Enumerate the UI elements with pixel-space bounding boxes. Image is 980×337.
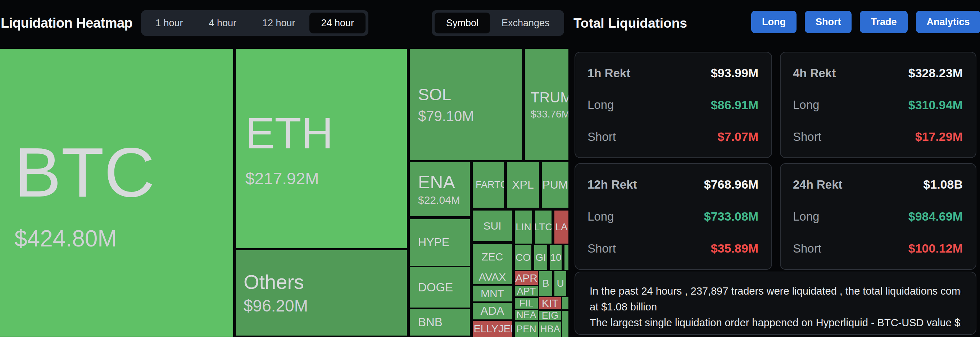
summary-line: The largest single liquidation order hap… — [590, 315, 961, 331]
time-tab-1-hour[interactable]: 1 hour — [144, 13, 195, 33]
treemap-cell-trum[interactable]: TRUM$33.76M — [525, 49, 568, 160]
treemap-cell-apr[interactable]: APR — [515, 271, 538, 285]
cell-symbol: BTC — [14, 136, 155, 209]
treemap-cell-la[interactable]: LA — [554, 210, 568, 244]
stat-row: Short$17.29M — [793, 130, 963, 144]
mode-tab-symbol[interactable]: Symbol — [434, 13, 490, 33]
treemap-cell-spacer[interactable] — [562, 297, 568, 309]
trade-button[interactable]: Trade — [860, 11, 907, 33]
treemap-cell-btc[interactable]: BTC$424.80M — [0, 49, 233, 337]
liquidation-treemap: BTC$424.80METH$217.92MOthers$96.20MSOL$7… — [0, 48, 568, 337]
cell-symbol: TRUM — [531, 90, 568, 105]
treemap-cell-co[interactable]: CO — [515, 245, 531, 270]
treemap-cell-doge[interactable]: DOGE — [410, 267, 470, 307]
cell-value: $424.80M — [14, 227, 117, 250]
treemap-cell-kit[interactable]: KIT — [539, 297, 561, 309]
stat-label: Long — [587, 98, 614, 112]
cell-value: $96.20M — [243, 297, 308, 314]
stat-row: 12h Rekt$768.96M — [587, 177, 758, 191]
stat-label: Long — [793, 210, 819, 223]
treemap-cell-fartco[interactable]: FARTCO — [473, 162, 504, 208]
cell-symbol: SUI — [483, 220, 501, 232]
cell-symbol: ZEC — [482, 251, 503, 263]
cell-symbol: BNB — [418, 316, 442, 329]
cell-symbol: LTC — [535, 222, 552, 232]
time-range-tabs: 1 hour4 hour12 hour24 hour — [141, 10, 368, 36]
treemap-cell-lin[interactable]: LIN — [515, 210, 532, 244]
cell-symbol: GI — [535, 252, 546, 263]
cell-symbol: ETH — [245, 110, 333, 156]
treemap-cell-eth[interactable]: ETH$217.92M — [236, 49, 407, 248]
stat-row: Short$7.07M — [587, 130, 758, 144]
treemap-cell-fil[interactable]: FIL — [515, 298, 538, 309]
treemap-cell-pum[interactable]: PUM — [542, 162, 568, 208]
stat-value: $86.91M — [711, 98, 758, 112]
stat-value: $93.99M — [711, 66, 758, 80]
cell-symbol: APR — [515, 272, 538, 284]
cell-value: $79.10M — [418, 109, 474, 123]
treemap-cell-xpl[interactable]: XPL — [507, 162, 539, 208]
mode-tab-exchanges[interactable]: Exchanges — [490, 13, 561, 33]
treemap-cell-mnt[interactable]: MNT — [473, 286, 512, 301]
treemap-cell-spacer[interactable] — [562, 311, 568, 337]
cell-symbol: NEA — [516, 310, 536, 320]
cell-symbol: CO — [515, 252, 531, 263]
treemap-cell-10[interactable]: 10 — [550, 245, 562, 270]
treemap-cell-hype[interactable]: HYPE — [410, 219, 470, 266]
short-button[interactable]: Short — [805, 11, 852, 33]
treemap-cell-sol[interactable]: SOL$79.10M — [410, 49, 522, 160]
stat-value: $7.07M — [718, 130, 758, 144]
treemap-cell-ena[interactable]: ENA$22.04M — [410, 162, 470, 216]
treemap-cell-eig[interactable]: EIG — [539, 311, 561, 320]
treemap-cell-bnb[interactable]: BNB — [410, 309, 470, 335]
treemap-cell-gi[interactable]: GI — [534, 245, 547, 270]
stat-label: Long — [793, 98, 819, 112]
long-button[interactable]: Long — [751, 11, 797, 33]
stat-value: $35.89M — [711, 241, 758, 255]
time-tab-12-hour[interactable]: 12 hour — [251, 13, 307, 33]
cell-symbol: EIG — [542, 311, 559, 320]
treemap-cell-nea[interactable]: NEA — [515, 310, 538, 320]
treemap-cell-avax[interactable]: AVAX — [473, 270, 512, 284]
total-liquidations-title: Total Liquidations — [573, 16, 687, 31]
treemap-cell-zec[interactable]: ZEC — [473, 244, 512, 270]
stat-row: Short$100.12M — [793, 241, 963, 255]
liquidation-summary-card: In the past 24 hours , 237,897 traders w… — [574, 272, 977, 335]
cell-value: $33.76M — [531, 109, 568, 119]
treemap-cell-ltc[interactable]: LTC — [535, 210, 552, 244]
cell-symbol: ENA — [418, 173, 455, 192]
time-tab-24-hour[interactable]: 24 hour — [309, 13, 366, 33]
analytics-button[interactable]: Analytics — [916, 11, 980, 33]
stat-label: Short — [793, 242, 821, 255]
cell-symbol: KIT — [542, 297, 559, 309]
cell-symbol: DOGE — [418, 281, 453, 294]
stat-label: 12h Rekt — [587, 178, 637, 191]
treemap-cell-apt[interactable]: APT — [515, 286, 538, 296]
treemap-cell-sui[interactable]: SUI — [473, 210, 512, 241]
time-tab-4-hour[interactable]: 4 hour — [197, 13, 248, 33]
stat-label: 4h Rekt — [793, 66, 836, 80]
cell-symbol: LIN — [515, 222, 531, 232]
cell-value: $217.92M — [245, 170, 319, 187]
treemap-cell-u[interactable]: U — [554, 271, 566, 296]
stat-value: $1.08B — [923, 177, 963, 191]
cell-symbol: Others — [243, 272, 304, 293]
stat-row: Long$310.94M — [793, 98, 963, 112]
treemap-cell-jellyjel[interactable]: JELLYJEL — [473, 321, 512, 337]
treemap-cell-spacer[interactable] — [565, 245, 568, 270]
stat-value: $100.12M — [908, 241, 963, 255]
stat-value: $310.94M — [908, 98, 963, 112]
cell-symbol: PEN — [516, 324, 536, 334]
page-title: Liquidation Heatmap — [1, 16, 132, 31]
treemap-cell-pen[interactable]: PEN — [515, 321, 538, 337]
cell-symbol: JELLYJEL — [473, 323, 512, 334]
stat-label: Short — [793, 130, 821, 144]
treemap-cell-ada[interactable]: ADA — [473, 303, 512, 320]
stat-value: $768.96M — [704, 177, 758, 191]
treemap-cell-hba[interactable]: HBA — [539, 321, 561, 337]
stat-value: $733.08M — [704, 209, 758, 223]
treemap-cell-b[interactable]: B — [539, 271, 552, 296]
treemap-cell-others[interactable]: Others$96.20M — [236, 250, 407, 335]
stat-value: $17.29M — [915, 130, 963, 144]
cell-symbol: AVAX — [479, 271, 506, 283]
